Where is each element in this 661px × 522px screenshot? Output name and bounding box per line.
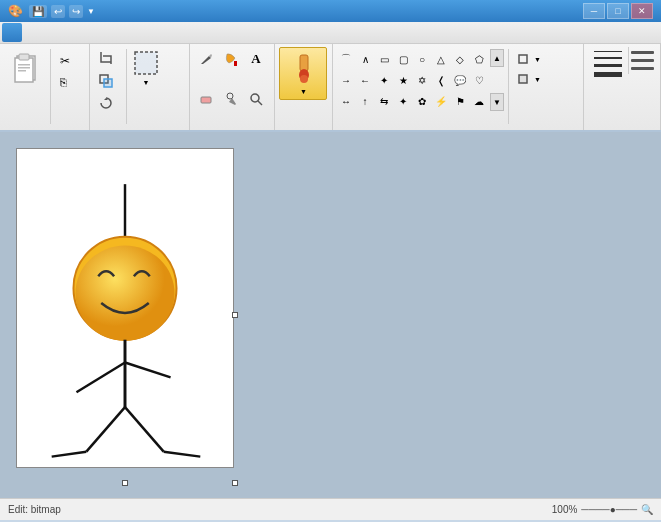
quick-save-icon[interactable]: 💾 — [29, 5, 47, 18]
fill-button[interactable]: ▼ — [513, 71, 546, 87]
svg-rect-7 — [104, 79, 112, 87]
shape-diamond[interactable]: ◇ — [451, 49, 469, 69]
zoom-slider[interactable]: ────●─── — [581, 504, 637, 515]
svg-point-12 — [251, 94, 259, 102]
rotate-button[interactable] — [94, 93, 121, 113]
size-group — [584, 44, 661, 130]
svg-rect-10 — [201, 97, 211, 103]
svg-rect-16 — [519, 55, 527, 63]
clipboard-group: ✂ ⎘ — [0, 44, 90, 130]
shape-roundrect[interactable]: ▢ — [394, 49, 412, 69]
brushes-button[interactable]: ▼ — [279, 47, 327, 100]
menu-home[interactable] — [24, 22, 44, 43]
fill-tool[interactable] — [219, 47, 243, 71]
outline-icon — [518, 54, 528, 64]
shapes-scroll-up[interactable]: ▲ — [490, 49, 504, 67]
shapes-label — [337, 126, 579, 130]
shape-ellipse[interactable]: ○ — [413, 49, 431, 69]
canvas[interactable] — [16, 148, 234, 468]
maximize-button[interactable]: □ — [607, 3, 629, 19]
paste-button[interactable] — [4, 47, 46, 89]
handle-corner[interactable] — [232, 480, 238, 486]
svg-line-23 — [125, 362, 171, 377]
shape-star5[interactable]: ★ — [394, 70, 412, 90]
menu-view[interactable] — [44, 22, 64, 43]
shape-flag[interactable]: ⚑ — [451, 91, 469, 111]
shape-pentagon[interactable]: ⬠ — [470, 49, 488, 69]
svg-line-22 — [76, 362, 125, 392]
canvas-wrapper — [16, 148, 234, 482]
shapes-scroll-down[interactable]: ▼ — [490, 93, 504, 111]
size-label — [588, 126, 656, 130]
minimize-button[interactable]: ─ — [583, 3, 605, 19]
select-dropdown-icon: ▼ — [143, 79, 150, 86]
shape-star6[interactable]: ✡ — [413, 70, 431, 90]
size-button[interactable] — [588, 47, 628, 81]
copy-button[interactable]: ⎘ — [55, 73, 78, 91]
hamburger-menu[interactable] — [628, 47, 656, 74]
shape-rect[interactable]: ▭ — [375, 49, 393, 69]
brushes-dropdown[interactable]: ▼ — [300, 88, 307, 95]
shape-polyline[interactable]: ∧ — [356, 49, 374, 69]
shape-callout[interactable]: 💬 — [451, 70, 469, 90]
shape-curve[interactable]: ⌒ — [337, 49, 355, 69]
svg-rect-17 — [519, 75, 527, 83]
svg-line-25 — [52, 452, 87, 457]
shape-heart[interactable]: ♡ — [470, 70, 488, 90]
size-line-3 — [594, 64, 622, 67]
ribbon: ✂ ⎘ — [0, 44, 661, 132]
quick-dropdown-icon[interactable]: ▼ — [87, 7, 95, 16]
menu-file[interactable] — [2, 23, 22, 42]
drawing-svg — [17, 149, 233, 467]
size-line-4 — [594, 72, 622, 77]
shape-uparrow[interactable]: ↑ — [356, 91, 374, 111]
tools-label — [194, 126, 270, 130]
colorpick-tool[interactable] — [219, 87, 243, 111]
fill-icon — [518, 74, 528, 84]
pencil-tool[interactable] — [194, 47, 218, 71]
svg-rect-4 — [18, 67, 30, 69]
outline-dropdown[interactable]: ▼ — [534, 56, 541, 63]
image-label — [94, 126, 185, 130]
cut-icon: ✂ — [60, 54, 70, 68]
magnify-tool[interactable] — [244, 87, 268, 111]
quick-undo-icon[interactable]: ↩ — [51, 5, 65, 18]
size-line-1 — [594, 51, 622, 52]
app-icon: 🎨 — [8, 4, 23, 18]
zoom-in[interactable]: 🔍 — [641, 504, 653, 515]
handle-bottom[interactable] — [122, 480, 128, 486]
shape-leftright[interactable]: ⇆ — [375, 91, 393, 111]
select-button[interactable]: ▼ — [132, 49, 160, 86]
shape-blob[interactable]: ❬ — [432, 70, 450, 90]
shape-cloud[interactable]: ☁ — [470, 91, 488, 111]
status-text: Edit: bitmap — [8, 504, 61, 515]
quick-redo-icon[interactable]: ↪ — [69, 5, 83, 18]
eraser-tool[interactable] — [194, 87, 218, 111]
outline-button[interactable]: ▼ — [513, 51, 546, 67]
menu-bar — [0, 22, 661, 44]
shape-lightning[interactable]: ⚡ — [432, 91, 450, 111]
text-tool[interactable]: A — [244, 47, 268, 71]
hamburger-line-2 — [631, 59, 654, 62]
hamburger-line-1 — [631, 51, 654, 54]
crop-button[interactable] — [94, 49, 121, 69]
window-controls: ─ □ ✕ — [583, 3, 653, 19]
shape-arrow-l[interactable]: ← — [356, 70, 374, 90]
shape-doublearrow[interactable]: ↔ — [337, 91, 355, 111]
fill-dropdown[interactable]: ▼ — [534, 76, 541, 83]
svg-rect-3 — [18, 64, 30, 66]
svg-point-20 — [75, 246, 174, 341]
svg-rect-13 — [300, 55, 308, 71]
handle-right[interactable] — [232, 312, 238, 318]
shape-triangle[interactable]: △ — [432, 49, 450, 69]
shape-quad[interactable]: ✦ — [394, 91, 412, 111]
clipboard-label — [4, 126, 85, 130]
resize-button[interactable] — [94, 71, 121, 91]
shape-flower[interactable]: ✿ — [413, 91, 431, 111]
cut-button[interactable]: ✂ — [55, 51, 78, 71]
copy-icon: ⎘ — [60, 76, 67, 88]
close-button[interactable]: ✕ — [631, 3, 653, 19]
shape-star4[interactable]: ✦ — [375, 70, 393, 90]
select-icon — [132, 49, 160, 79]
shape-arrow-r[interactable]: → — [337, 70, 355, 90]
